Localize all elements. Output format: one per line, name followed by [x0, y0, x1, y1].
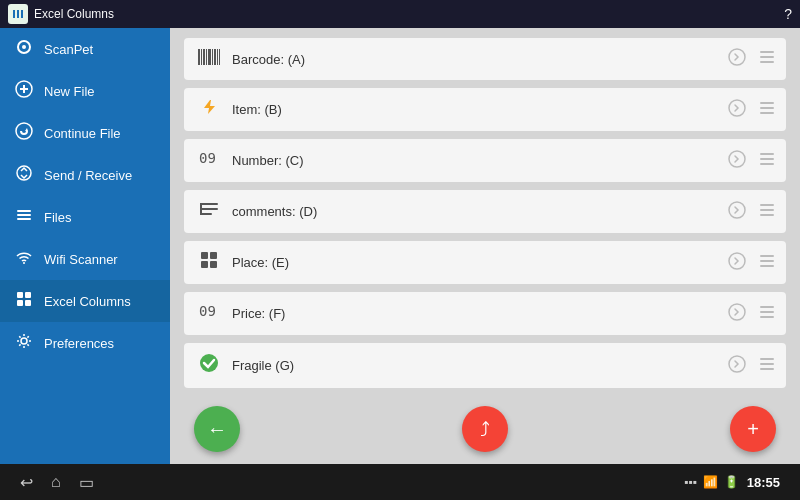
svg-rect-19 — [198, 49, 200, 65]
comments-chevron-icon[interactable] — [728, 201, 746, 223]
new-file-icon — [14, 80, 34, 102]
svg-point-18 — [21, 338, 27, 344]
sidebar-item-continue-file[interactable]: Continue File — [0, 112, 170, 154]
back-fab[interactable]: ← — [194, 406, 240, 452]
svg-rect-15 — [25, 292, 31, 298]
sidebar-item-new-file[interactable]: New File — [0, 70, 170, 112]
price-chevron-icon[interactable] — [728, 303, 746, 325]
barcode-label: Barcode: (A) — [232, 52, 718, 67]
column-row-comments[interactable]: comments: (D) — [184, 190, 786, 233]
svg-rect-16 — [17, 300, 23, 306]
svg-text:09: 09 — [199, 150, 216, 166]
svg-rect-22 — [206, 49, 207, 65]
price-move-icon[interactable] — [760, 304, 774, 324]
preferences-label: Preferences — [44, 336, 156, 351]
continue-file-icon — [14, 122, 34, 144]
item-chevron-icon[interactable] — [728, 99, 746, 121]
fragile-chevron-icon[interactable] — [728, 355, 746, 377]
column-row-barcode[interactable]: Barcode: (A) — [184, 38, 786, 80]
svg-rect-14 — [17, 292, 23, 298]
price-label: Price: (F) — [232, 306, 718, 321]
column-row-fragile[interactable]: Fragile (G) — [184, 343, 786, 388]
svg-rect-33 — [760, 102, 774, 104]
item-move-icon[interactable] — [760, 100, 774, 120]
svg-rect-59 — [760, 306, 774, 308]
svg-rect-29 — [760, 51, 774, 53]
number-move-icon[interactable] — [760, 151, 774, 171]
fragile-label: Fragile (G) — [232, 358, 718, 373]
place-chevron-icon[interactable] — [728, 252, 746, 274]
wifi-scanner-icon — [14, 248, 34, 270]
files-icon — [14, 206, 34, 228]
content-area: Barcode: (A) Item: (B) 09 Number: (C) — [170, 28, 800, 464]
svg-rect-49 — [201, 252, 208, 259]
excel-columns-label: Excel Columns — [44, 294, 156, 309]
sidebar-item-preferences[interactable]: Preferences — [0, 322, 170, 364]
column-row-number[interactable]: 09 Number: (C) — [184, 139, 786, 182]
fab-area: ← ⤴ + — [170, 394, 800, 464]
item-type-icon — [196, 98, 222, 121]
svg-rect-47 — [760, 209, 774, 211]
preferences-icon — [14, 332, 34, 354]
signal-icon: ▪▪▪ — [684, 475, 697, 489]
svg-point-62 — [200, 354, 218, 372]
svg-point-4 — [22, 45, 26, 49]
sidebar-item-wifi-scanner[interactable]: Wifi Scanner — [0, 238, 170, 280]
svg-rect-39 — [760, 158, 774, 160]
svg-rect-54 — [760, 255, 774, 257]
fragile-type-icon — [196, 353, 222, 378]
fragile-move-icon[interactable] — [760, 356, 774, 376]
export-fab[interactable]: ⤴ — [462, 406, 508, 452]
svg-rect-35 — [760, 112, 774, 114]
new-file-label: New File — [44, 84, 156, 99]
comments-move-icon[interactable] — [760, 202, 774, 222]
svg-rect-11 — [17, 214, 31, 216]
column-row-place[interactable]: Place: (E) — [184, 241, 786, 284]
sidebar-item-scanpet[interactable]: ScanPet — [0, 28, 170, 70]
price-type-icon: 09 — [196, 302, 222, 325]
svg-rect-1 — [13, 10, 15, 18]
help-button[interactable]: ? — [784, 6, 792, 22]
svg-rect-23 — [208, 49, 211, 65]
column-row-item[interactable]: Item: (B) — [184, 88, 786, 131]
svg-rect-27 — [219, 49, 220, 65]
svg-rect-12 — [17, 218, 31, 220]
svg-rect-24 — [212, 49, 213, 65]
sidebar-item-send-receive[interactable]: Send / Receive — [0, 154, 170, 196]
title-bar: Excel Columns ? — [0, 0, 800, 28]
svg-rect-10 — [17, 210, 31, 212]
column-row-price[interactable]: 09 Price: (F) — [184, 292, 786, 335]
svg-rect-2 — [17, 10, 19, 18]
nav-buttons: ↩ ⌂ ▭ — [20, 473, 94, 492]
send-receive-label: Send / Receive — [44, 168, 156, 183]
svg-rect-44 — [200, 203, 202, 215]
sidebar-item-files[interactable]: Files — [0, 196, 170, 238]
svg-rect-56 — [760, 265, 774, 267]
back-nav-icon[interactable]: ↩ — [20, 473, 33, 492]
barcode-chevron-icon[interactable] — [728, 48, 746, 70]
home-nav-icon[interactable]: ⌂ — [51, 473, 61, 492]
recents-nav-icon[interactable]: ▭ — [79, 473, 94, 492]
svg-rect-21 — [203, 49, 205, 65]
svg-rect-46 — [760, 204, 774, 206]
svg-rect-41 — [200, 203, 218, 205]
svg-rect-40 — [760, 163, 774, 165]
number-label: Number: (C) — [232, 153, 718, 168]
app-icon — [8, 4, 28, 24]
files-label: Files — [44, 210, 156, 225]
barcode-type-icon — [196, 49, 222, 70]
svg-rect-30 — [760, 56, 774, 58]
place-move-icon[interactable] — [760, 253, 774, 273]
svg-rect-60 — [760, 311, 774, 313]
add-fab[interactable]: + — [730, 406, 776, 452]
send-receive-icon — [14, 164, 34, 186]
battery-icon: 🔋 — [724, 475, 739, 489]
svg-point-8 — [16, 123, 32, 139]
comments-type-icon — [196, 200, 222, 223]
number-chevron-icon[interactable] — [728, 150, 746, 172]
excel-columns-icon — [14, 290, 34, 312]
item-label: Item: (B) — [232, 102, 718, 117]
svg-rect-42 — [200, 208, 218, 210]
sidebar-item-excel-columns[interactable]: Excel Columns — [0, 280, 170, 322]
barcode-move-icon[interactable] — [760, 49, 774, 69]
